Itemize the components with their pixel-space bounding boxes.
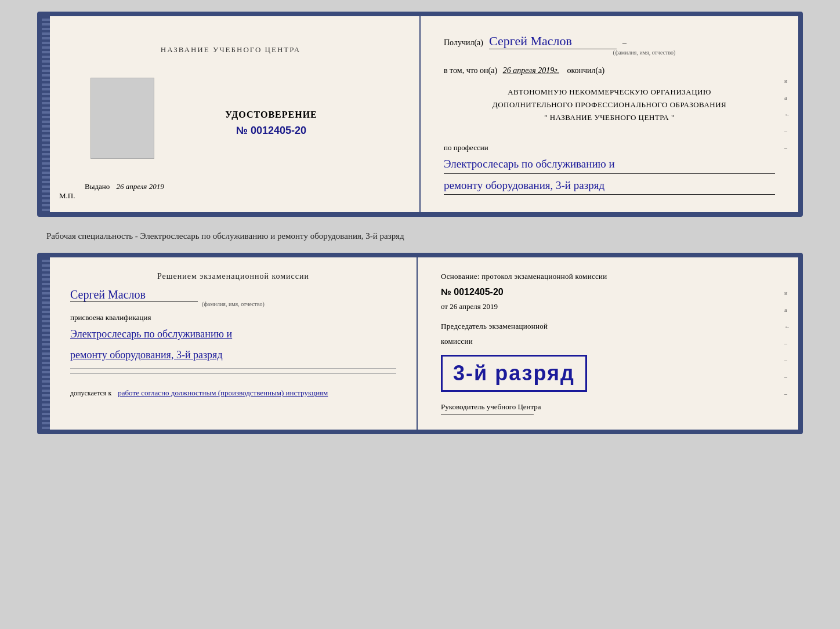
- dash: –: [622, 38, 627, 48]
- deco-5: –: [784, 145, 790, 151]
- allowed-label: допускается к: [70, 389, 111, 397]
- chairman-line1: Председатель экзаменационной: [441, 322, 775, 331]
- in-that-label: в том, что он(а): [444, 66, 497, 75]
- profession-line1: Электрослесарь по обслуживанию и: [444, 155, 775, 173]
- org-block: АВТОНОМНУЮ НЕКОММЕРЧЕСКУЮ ОРГАНИЗАЦИЮ ДО…: [444, 86, 775, 124]
- deco2-5: –: [784, 357, 790, 363]
- allowed-section: допускается к работе согласно должностны…: [70, 388, 396, 398]
- deco2-3: ←: [784, 323, 790, 330]
- card1-right-page: Получил(а) Сергей Маслов – (фамилия, имя…: [421, 16, 798, 212]
- issued-date: 26 апреля 2019: [117, 182, 164, 191]
- right-decorators: и а ← – –: [784, 16, 790, 212]
- card2-right-col: Основание: протокол экзаменационной коми…: [418, 257, 798, 430]
- left-strip-2: [42, 257, 50, 430]
- card1-left-page: НАЗВАНИЕ УЧЕБНОГО ЦЕНТРА УДОСТОВЕРЕНИЕ №…: [42, 16, 421, 212]
- deco2-7: –: [784, 391, 790, 397]
- assigned-text: присвоена квалификация: [70, 313, 396, 322]
- date-handwritten: 26 апреля 2019г.: [503, 66, 559, 75]
- profession-block: по профессии Электрослесарь по обслужива…: [444, 134, 775, 195]
- deco2-4: –: [784, 340, 790, 347]
- card1-top-title: НАЗВАНИЕ УЧЕБНОГО ЦЕНТРА: [161, 45, 300, 54]
- issued-line: Выдано 26 апреля 2019: [85, 182, 164, 191]
- name-handwritten-2: Сергей Маслов: [70, 288, 198, 302]
- basis-text: Основание: протокол экзаменационной коми…: [441, 272, 775, 281]
- protocol-number: № 0012405-20: [441, 287, 775, 297]
- qualification-line1: Электрослесарь по обслуживанию и: [70, 325, 396, 343]
- sign-line: [441, 415, 534, 415]
- org-line1: АВТОНОМНУЮ НЕКОММЕРЧЕСКУЮ ОРГАНИЗАЦИЮ: [444, 86, 775, 99]
- deco2-1: и: [784, 290, 790, 296]
- sep-line-2: [70, 373, 396, 374]
- org-line2: ДОПОЛНИТЕЛЬНОГО ПРОФЕССИОНАЛЬНОГО ОБРАЗО…: [444, 99, 775, 111]
- sep-line-1: [70, 368, 396, 369]
- chairman-section: Председатель экзаменационной комиссии 3-…: [441, 322, 775, 392]
- date-from: от 26 апреля 2019: [441, 302, 775, 311]
- caption-text: Рабочая специальность - Электрослесарь п…: [46, 231, 404, 241]
- finished-label: окончил(а): [567, 66, 604, 75]
- right-decorators-2: и а ← – – – –: [784, 257, 790, 430]
- profession-line2: ремонту оборудования, 3-й разряд: [444, 177, 775, 195]
- left-strip: [42, 16, 50, 212]
- deco-4: –: [784, 128, 790, 134]
- stamp: 3-й разряд: [441, 355, 587, 392]
- deco-2: а: [784, 94, 790, 101]
- qualification-line2: ремонту оборудования, 3-й разряд: [70, 346, 396, 364]
- photo-placeholder: [90, 78, 154, 159]
- cert-number: № 0012405-20: [236, 125, 306, 137]
- name-line-2: Сергей Маслов: [70, 288, 396, 302]
- name-subtitle-1: (фамилия, имя, отчество): [513, 49, 775, 56]
- stamp-text: 3-й разряд: [453, 361, 575, 386]
- cert-title-label: УДОСТОВЕРЕНИЕ: [225, 110, 317, 120]
- mp-label: М.П.: [59, 191, 75, 201]
- in-that-section: в том, что он(а) 26 апреля 2019г. окончи…: [444, 66, 775, 75]
- certificate-card-2: Решением экзаменационной комиссии Сергей…: [37, 253, 803, 434]
- deco2-6: –: [784, 374, 790, 380]
- chairman-line2: комиссии: [441, 337, 775, 346]
- certificate-card-1: НАЗВАНИЕ УЧЕБНОГО ЦЕНТРА УДОСТОВЕРЕНИЕ №…: [37, 12, 803, 217]
- received-label: Получил(а): [444, 38, 483, 48]
- card2-left-col: Решением экзаменационной комиссии Сергей…: [42, 257, 418, 430]
- org-line3: " НАЗВАНИЕ УЧЕБНОГО ЦЕНТРА ": [444, 111, 775, 124]
- deco2-2: а: [784, 307, 790, 313]
- decision-title: Решением экзаменационной комиссии: [70, 272, 396, 281]
- director-label: Руководитель учебного Центра: [441, 402, 775, 412]
- deco-1: и: [784, 78, 790, 84]
- recipient-name: Сергей Маслов: [489, 34, 617, 49]
- card1-main-content: УДОСТОВЕРЕНИЕ № 0012405-20: [73, 63, 388, 159]
- received-section: Получил(а) Сергей Маслов –: [444, 34, 775, 50]
- director-section: Руководитель учебного Центра: [441, 402, 775, 415]
- allowed-handwritten: работе согласно должностным (производств…: [118, 388, 328, 397]
- deco-3: ←: [784, 111, 790, 118]
- issued-label: Выдано: [85, 182, 110, 191]
- profession-label: по профессии: [444, 143, 775, 152]
